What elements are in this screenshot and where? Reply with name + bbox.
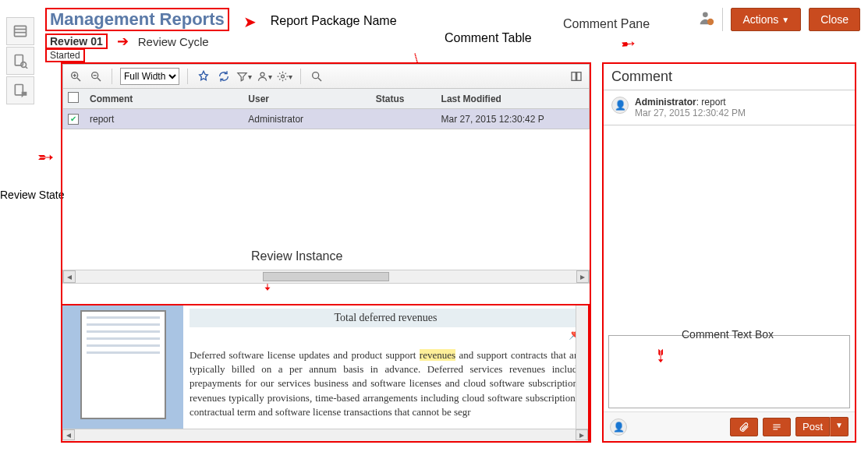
arrow-icon: ➶ bbox=[31, 143, 60, 171]
format-button[interactable] bbox=[763, 418, 791, 436]
attach-button[interactable] bbox=[730, 418, 758, 436]
comments-panel-icon[interactable] bbox=[6, 76, 34, 104]
cell-last-modified: Mar 27, 2015 12:30:42 P bbox=[441, 114, 584, 125]
close-button[interactable]: Close bbox=[809, 8, 860, 31]
comment-timestamp: Mar 27, 2015 12:30:42 PM bbox=[635, 108, 746, 118]
comment-toolbar: Full Width bbox=[62, 64, 590, 89]
arrow-icon: ➔ bbox=[117, 33, 129, 50]
col-status[interactable]: Status bbox=[376, 94, 438, 104]
post-button[interactable]: Post bbox=[795, 417, 830, 436]
callout-review-state: Review State bbox=[0, 189, 64, 201]
callout-review-cycle: Review Cycle bbox=[138, 35, 209, 48]
cell-comment: report bbox=[90, 114, 245, 125]
svg-point-16 bbox=[260, 72, 264, 76]
vertical-scrollbar[interactable] bbox=[576, 305, 588, 429]
svg-rect-0 bbox=[15, 26, 27, 36]
avatar-icon: 👤 bbox=[611, 97, 629, 114]
refresh-icon[interactable] bbox=[216, 69, 232, 84]
comment-text: report bbox=[701, 97, 725, 108]
comment-pane: Comment 👤 Administrator: report Mar 27, … bbox=[602, 62, 856, 443]
col-comment[interactable]: Comment bbox=[90, 94, 245, 104]
highlighted-text[interactable]: revenues bbox=[420, 349, 455, 361]
callout-comment-pane: Comment Pane bbox=[563, 17, 650, 31]
page-thumbnail-strip[interactable] bbox=[62, 305, 183, 430]
zoom-select[interactable]: Full Width bbox=[120, 68, 179, 85]
layout-toggle-icon[interactable] bbox=[569, 69, 584, 84]
comment-user: Administrator bbox=[635, 97, 696, 108]
col-user[interactable]: User bbox=[248, 94, 372, 104]
svg-rect-20 bbox=[572, 72, 576, 81]
pin-icon[interactable] bbox=[196, 69, 211, 84]
doc-section-heading: Total deferred revenues bbox=[190, 309, 582, 327]
page-thumbnail[interactable] bbox=[80, 310, 166, 419]
report-center-icon[interactable] bbox=[6, 17, 34, 45]
zoom-in-icon[interactable] bbox=[68, 69, 83, 84]
svg-point-18 bbox=[313, 72, 319, 79]
avatar-icon: 👤 bbox=[610, 418, 627, 436]
doc-body-text: Deferred software license updates and pr… bbox=[190, 348, 582, 419]
user-filter-icon[interactable] bbox=[257, 69, 272, 84]
svg-line-10 bbox=[77, 78, 80, 81]
arrow-icon: ➤ bbox=[243, 12, 257, 31]
callout-comment-table: Comment Table bbox=[445, 31, 532, 45]
svg-point-7 bbox=[703, 12, 708, 17]
document-view[interactable]: Total deferred revenues 📌 Deferred softw… bbox=[183, 305, 588, 430]
filter-icon[interactable] bbox=[236, 69, 252, 84]
svg-point-17 bbox=[282, 75, 285, 78]
review-instance-panel: Total deferred revenues 📌 Deferred softw… bbox=[61, 304, 590, 443]
svg-line-14 bbox=[97, 78, 101, 81]
review-cycle: Review 01 bbox=[45, 34, 108, 49]
comment-pane-title: Comment bbox=[604, 64, 855, 90]
cell-user: Administrator bbox=[248, 114, 372, 125]
user-status-icon[interactable] bbox=[699, 10, 714, 30]
col-last-modified[interactable]: Last Modified bbox=[441, 94, 584, 104]
svg-rect-21 bbox=[577, 72, 581, 81]
review-state: Started bbox=[45, 48, 85, 62]
table-row[interactable]: ✔ report Administrator Mar 27, 2015 12:3… bbox=[62, 109, 590, 129]
zoom-out-icon[interactable] bbox=[88, 69, 104, 84]
report-package-name: Management Reports bbox=[50, 9, 225, 29]
callout-comment-text-box: Comment Text Box bbox=[682, 328, 774, 341]
settings-icon[interactable] bbox=[277, 69, 292, 84]
review-instance-icon[interactable] bbox=[6, 47, 34, 75]
svg-line-5 bbox=[26, 67, 28, 69]
post-dropdown[interactable]: ▼ bbox=[830, 417, 849, 436]
actions-button[interactable]: Actions▼ bbox=[731, 8, 801, 31]
horizontal-scrollbar[interactable]: ◂▸ bbox=[62, 270, 590, 284]
comment-table-header: Comment User Status Last Modified bbox=[62, 89, 590, 109]
search-icon[interactable] bbox=[309, 69, 324, 84]
select-all-checkbox[interactable] bbox=[68, 92, 79, 103]
comment-item[interactable]: 👤 Administrator: report Mar 27, 2015 12:… bbox=[604, 90, 855, 125]
svg-line-19 bbox=[318, 78, 321, 81]
svg-point-8 bbox=[707, 18, 714, 24]
callout-report-package: Report Package Name bbox=[271, 14, 397, 28]
comment-text-box[interactable] bbox=[608, 335, 850, 408]
row-checkbox[interactable]: ✔ bbox=[68, 114, 79, 125]
horizontal-scrollbar[interactable]: ◂▸ bbox=[62, 429, 588, 441]
